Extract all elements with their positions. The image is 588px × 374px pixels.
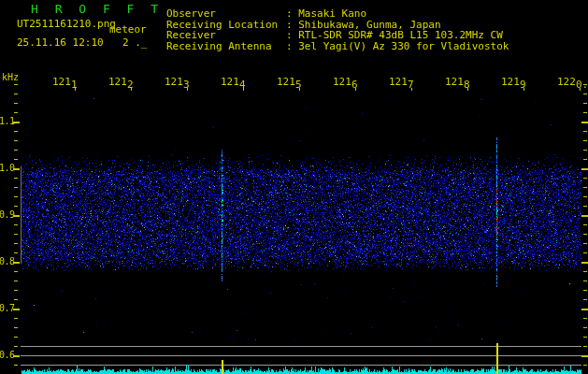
time-tick-label: 1218: [445, 77, 470, 87]
header-field-colon: :: [286, 40, 298, 52]
header-field-label: Receiving Antenna: [166, 41, 286, 51]
freq-tick-label: 0.7: [0, 304, 14, 313]
observation-name: meteor: [109, 24, 147, 35]
freq-unit-label: kHz: [2, 73, 19, 82]
header-field-row: Receiving Antenna: 3el Yagi(V) Az 330 fo…: [166, 37, 509, 52]
freq-tick-label: 1.0: [0, 164, 14, 173]
time-tick-label: 1212: [108, 77, 134, 87]
time-tick-label: 1215: [277, 77, 302, 87]
app-title: H R O F F T: [31, 3, 163, 15]
hrofft-output-image: H R O F F T UT2511161210.png meteor 25.1…: [0, 0, 588, 374]
spectrogram-canvas: [0, 0, 588, 374]
time-tick-label: 1213: [165, 77, 190, 87]
freq-tick-label: 0.6: [0, 351, 14, 360]
freq-tick-label: 0.9: [0, 210, 14, 220]
time-tick-label: 1219: [501, 77, 526, 87]
time-tick-label: 1220.: [557, 77, 588, 87]
time-tick-label: 1216: [333, 77, 358, 87]
header-field-value: 3el Yagi(V) Az 330 for Vladivostok: [298, 40, 509, 52]
time-tick-label: 1211: [52, 77, 78, 87]
freq-tick-label: 0.8: [0, 257, 14, 266]
date-time-label: 25.11.16 12:10: [17, 37, 104, 48]
output-filename: UT2511161210.png: [17, 19, 116, 29]
echo-counter: 2 ._: [122, 37, 148, 48]
time-tick-label: 1217: [389, 77, 414, 87]
freq-tick-label: 1.1: [0, 117, 14, 126]
time-tick-label: 1214: [221, 77, 246, 87]
